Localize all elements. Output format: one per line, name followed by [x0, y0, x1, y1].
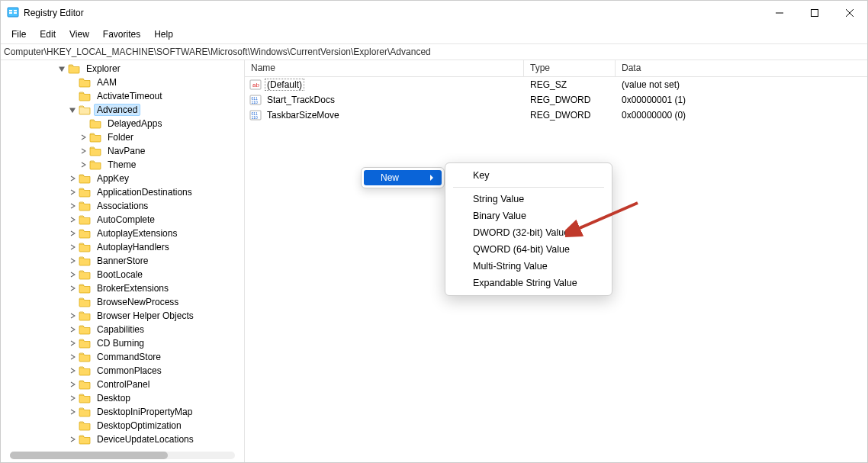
chevron-right-icon[interactable]	[68, 243, 77, 252]
tree-item[interactable]: BannerStore	[1, 254, 244, 268]
chevron-right-icon[interactable]	[79, 146, 88, 156]
submenu-item[interactable]: Key	[445, 167, 612, 184]
tree-item-label: BootLocale	[94, 268, 146, 281]
tree-item[interactable]: CommonPlaces	[1, 364, 244, 378]
menu-file[interactable]: File	[5, 27, 32, 41]
submenu-item[interactable]: Expandable String Value	[445, 275, 612, 291]
chevron-right-icon[interactable]	[68, 435, 77, 444]
scrollbar-thumb[interactable]	[10, 452, 168, 459]
chevron-right-icon[interactable]	[68, 215, 77, 224]
tree-item[interactable]: Theme	[1, 158, 244, 172]
tree-item[interactable]: NavPane	[1, 144, 244, 158]
chevron-right-icon[interactable]	[68, 284, 77, 293]
svg-rect-6	[812, 10, 818, 17]
chevron-right-icon[interactable]	[68, 352, 77, 362]
tree-item[interactable]: Capabilities	[1, 323, 244, 336]
submenu-item[interactable]: String Value	[445, 191, 612, 207]
chevron-down-icon[interactable]	[68, 105, 77, 114]
chevron-right-icon[interactable]	[68, 174, 77, 183]
submenu-item[interactable]: Multi-String Value	[445, 258, 612, 275]
context-menu-new[interactable]: New	[364, 170, 442, 185]
tree-item-label: ActivateTimeout	[94, 90, 166, 102]
value-type: REG_DWORD	[524, 95, 616, 105]
tree-item[interactable]: ApplicationDestinations	[1, 185, 244, 199]
tree-item[interactable]: DesktopOptimization	[1, 419, 244, 432]
maximize-button[interactable]	[797, 1, 832, 25]
tree-item[interactable]: Advanced	[1, 103, 244, 117]
chevron-right-icon[interactable]	[68, 366, 77, 375]
tree-item[interactable]: ControlPanel	[1, 378, 244, 391]
submenu-item[interactable]: DWORD (32-bit) Value	[445, 224, 612, 241]
tree-item[interactable]: BrowseNewProcess	[1, 295, 244, 309]
tree-item-label: CD Burning	[94, 337, 147, 349]
tree-item[interactable]: AutoplayExtensions	[1, 227, 244, 240]
column-header-name[interactable]: Name	[245, 60, 524, 76]
close-button[interactable]	[832, 1, 867, 25]
tree-item[interactable]: DeviceUpdateLocations	[1, 432, 244, 446]
tree-item[interactable]: BootLocale	[1, 268, 244, 281]
tree-item[interactable]: DocObjectView	[1, 446, 244, 449]
submenu-item[interactable]: Binary Value	[445, 207, 612, 224]
chevron-right-icon[interactable]	[79, 160, 88, 169]
list-row[interactable]: 011110Start_TrackDocsREG_DWORD0x00000001…	[245, 92, 867, 108]
menu-help[interactable]: Help	[148, 27, 179, 41]
column-header-data[interactable]: Data	[616, 60, 867, 76]
menu-view[interactable]: View	[63, 27, 95, 41]
tree-item-label: Advanced	[94, 104, 140, 116]
tree-item[interactable]: Associations	[1, 199, 244, 213]
chevron-right-icon[interactable]	[68, 188, 77, 197]
tree-item-label: CommandStore	[94, 351, 164, 363]
tree-item[interactable]: AutoComplete	[1, 213, 244, 227]
tree-item-label: AppKey	[94, 172, 132, 185]
tree-item[interactable]: AutoplayHandlers	[1, 240, 244, 254]
address-bar[interactable]: Computer\HKEY_LOCAL_MACHINE\SOFTWARE\Mic…	[1, 43, 867, 60]
chevron-right-icon[interactable]	[68, 270, 77, 279]
chevron-right-icon[interactable]	[68, 256, 77, 265]
chevron-right-icon[interactable]	[68, 229, 77, 238]
folder-icon	[79, 393, 91, 404]
tree-item[interactable]: CommandStore	[1, 350, 244, 364]
chevron-right-icon[interactable]	[68, 201, 77, 211]
context-menu: New	[361, 167, 445, 188]
tree[interactable]: ExplorerAAMActivateTimeoutAdvancedDelaye…	[1, 60, 244, 449]
tree-item[interactable]: Desktop	[1, 391, 244, 405]
chevron-right-icon[interactable]	[68, 311, 77, 320]
tree-item[interactable]: AAM	[1, 76, 244, 89]
folder-icon	[89, 159, 101, 170]
list-row[interactable]: ab(Default)REG_SZ(value not set)	[245, 77, 867, 92]
value-type: REG_DWORD	[524, 110, 616, 121]
chevron-right-icon[interactable]	[68, 339, 77, 348]
menu-favorites[interactable]: Favorites	[97, 27, 146, 41]
submenu-item[interactable]: QWORD (64-bit) Value	[445, 241, 612, 258]
tree-item-label: ControlPanel	[94, 378, 153, 391]
tree-item[interactable]: ActivateTimeout	[1, 89, 244, 103]
chevron-right-icon[interactable]	[68, 394, 77, 403]
tree-item[interactable]: DelayedApps	[1, 117, 244, 130]
tree-item[interactable]: BrokerExtensions	[1, 281, 244, 295]
chevron-right-icon[interactable]	[68, 325, 77, 334]
tree-item[interactable]: Explorer	[1, 62, 244, 76]
chevron-right-icon	[429, 172, 434, 183]
chevron-down-icon[interactable]	[57, 64, 66, 73]
binary-value-icon: 011110	[249, 109, 262, 121]
folder-icon	[79, 269, 91, 280]
folder-icon	[79, 324, 91, 335]
tree-item[interactable]: Folder	[1, 130, 244, 144]
folder-icon	[79, 297, 91, 307]
tree-item-label: BrokerExtensions	[94, 282, 172, 294]
tree-item[interactable]: CD Burning	[1, 336, 244, 350]
chevron-right-icon[interactable]	[79, 133, 88, 142]
tree-item-label: Theme	[104, 159, 139, 171]
tree-item[interactable]: Browser Helper Objects	[1, 309, 244, 323]
chevron-right-icon[interactable]	[68, 380, 77, 389]
column-header-type[interactable]: Type	[524, 60, 616, 76]
body: ExplorerAAMActivateTimeoutAdvancedDelaye…	[1, 60, 867, 462]
tree-horizontal-scrollbar[interactable]	[10, 452, 235, 459]
menu-edit[interactable]: Edit	[34, 27, 62, 41]
tree-item[interactable]: AppKey	[1, 172, 244, 185]
minimize-button[interactable]	[762, 1, 797, 25]
chevron-right-icon[interactable]	[68, 407, 77, 416]
list-row[interactable]: 011110TaskbarSizeMoveREG_DWORD0x00000000…	[245, 108, 867, 123]
tree-item[interactable]: DesktopIniPropertyMap	[1, 405, 244, 419]
folder-icon	[79, 310, 91, 321]
